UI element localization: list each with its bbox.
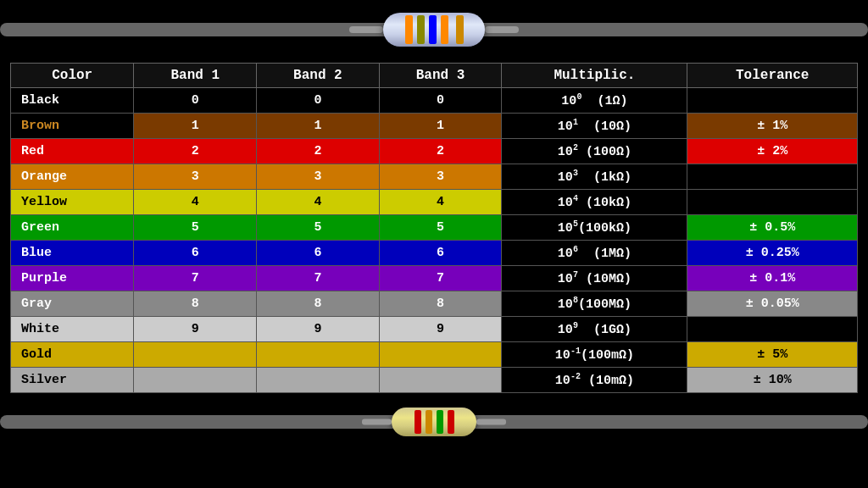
table-row-brown: Brown111101 (10Ω)± 1% <box>11 114 858 139</box>
mult-purple: 107 (10MΩ) <box>502 266 687 291</box>
band2-silver <box>257 368 380 393</box>
top-resistor <box>349 10 519 49</box>
band2-blue: 6 <box>257 241 380 266</box>
tol-gold: ± 5% <box>687 342 858 368</box>
band2-black: 0 <box>257 88 380 114</box>
color-label-silver: Silver <box>11 368 134 393</box>
band2-green: 5 <box>257 215 380 241</box>
mult-red: 102 (100Ω) <box>502 139 687 164</box>
table-row-blue: Blue666106 (1MΩ)± 0.25% <box>11 241 858 266</box>
band3-gray: 8 <box>379 291 502 317</box>
top-band-5 <box>456 15 464 44</box>
table-row-purple: Purple777107 (10MΩ)± 0.1% <box>11 266 858 291</box>
bottom-resistor <box>362 404 506 440</box>
resistor-color-table: Color Band 1 Band 2 Band 3 Multiplic. To… <box>10 63 858 393</box>
color-label-blue: Blue <box>11 241 134 266</box>
top-band-1 <box>405 15 413 44</box>
band2-yellow: 4 <box>257 190 380 215</box>
band3-blue: 6 <box>379 241 502 266</box>
color-label-yellow: Yellow <box>11 190 134 215</box>
mult-silver: 10-2 (10mΩ) <box>502 368 687 393</box>
mult-orange: 103 (1kΩ) <box>502 164 687 190</box>
table-row-yellow: Yellow444104 (10kΩ) <box>11 190 858 215</box>
color-label-red: Red <box>11 139 134 164</box>
col-header-band3: Band 3 <box>379 64 502 88</box>
table-row-black: Black000100 (1Ω) <box>11 88 858 114</box>
bottom-band-4 <box>448 410 454 434</box>
tol-silver: ± 10% <box>687 368 858 393</box>
color-label-gold: Gold <box>11 342 134 368</box>
tol-red: ± 2% <box>687 139 858 164</box>
band3-orange: 3 <box>379 164 502 190</box>
color-label-purple: Purple <box>11 266 134 291</box>
band1-white: 9 <box>134 317 257 342</box>
band2-red: 2 <box>257 139 380 164</box>
top-band-3 <box>429 15 437 44</box>
color-label-gray: Gray <box>11 291 134 317</box>
band3-yellow: 4 <box>379 190 502 215</box>
color-label-black: Black <box>11 88 134 114</box>
band3-red: 2 <box>379 139 502 164</box>
band3-green: 5 <box>379 215 502 241</box>
top-band-2 <box>417 15 425 44</box>
table-row-orange: Orange333103 (1kΩ) <box>11 164 858 190</box>
table-row-gray: Gray888108(100MΩ)± 0.05% <box>11 291 858 317</box>
table-row-white: White999109 (1GΩ) <box>11 317 858 342</box>
bottom-band-1 <box>415 410 421 434</box>
band1-brown: 1 <box>134 114 257 139</box>
band1-gold <box>134 342 257 368</box>
tol-blue: ± 0.25% <box>687 241 858 266</box>
tol-purple: ± 0.1% <box>687 266 858 291</box>
table-row-gold: Gold10-1(100mΩ)± 5% <box>11 342 858 368</box>
tol-orange <box>687 164 858 190</box>
bottom-band-2 <box>426 410 432 434</box>
mult-white: 109 (1GΩ) <box>502 317 687 342</box>
band3-gold <box>379 342 502 368</box>
band1-blue: 6 <box>134 241 257 266</box>
col-header-color: Color <box>11 64 134 88</box>
col-header-tol: Tolerance <box>687 64 858 88</box>
table-row-green: Green555105(100kΩ)± 0.5% <box>11 215 858 241</box>
band3-black: 0 <box>379 88 502 114</box>
band3-silver <box>379 368 502 393</box>
band2-purple: 7 <box>257 266 380 291</box>
table-row-red: Red222102 (100Ω)± 2% <box>11 139 858 164</box>
mult-gold: 10-1(100mΩ) <box>502 342 687 368</box>
band1-purple: 7 <box>134 266 257 291</box>
mult-green: 105(100kΩ) <box>502 215 687 241</box>
band2-orange: 3 <box>257 164 380 190</box>
bottom-band-3 <box>437 410 443 434</box>
mult-blue: 106 (1MΩ) <box>502 241 687 266</box>
band3-white: 9 <box>379 317 502 342</box>
band2-gray: 8 <box>257 291 380 317</box>
color-label-brown: Brown <box>11 114 134 139</box>
col-header-band1: Band 1 <box>134 64 257 88</box>
col-header-band2: Band 2 <box>257 64 380 88</box>
band3-brown: 1 <box>379 114 502 139</box>
band3-purple: 7 <box>379 266 502 291</box>
band1-black: 0 <box>134 88 257 114</box>
band1-red: 2 <box>134 139 257 164</box>
col-header-mult: Multiplic. <box>502 64 687 88</box>
tol-brown: ± 1% <box>687 114 858 139</box>
mult-brown: 101 (10Ω) <box>502 114 687 139</box>
tol-black <box>687 88 858 114</box>
tol-green: ± 0.5% <box>687 215 858 241</box>
band2-white: 9 <box>257 317 380 342</box>
color-label-green: Green <box>11 215 134 241</box>
band2-brown: 1 <box>257 114 380 139</box>
mult-gray: 108(100MΩ) <box>502 291 687 317</box>
mult-black: 100 (1Ω) <box>502 88 687 114</box>
color-label-white: White <box>11 317 134 342</box>
band1-orange: 3 <box>134 164 257 190</box>
band1-silver <box>134 368 257 393</box>
band1-green: 5 <box>134 215 257 241</box>
tol-gray: ± 0.05% <box>687 291 858 317</box>
top-band-4 <box>441 15 448 44</box>
band1-gray: 8 <box>134 291 257 317</box>
table-row-silver: Silver10-2 (10mΩ)± 10% <box>11 368 858 393</box>
band2-gold <box>257 342 380 368</box>
color-label-orange: Orange <box>11 164 134 190</box>
band1-yellow: 4 <box>134 190 257 215</box>
mult-yellow: 104 (10kΩ) <box>502 190 687 215</box>
